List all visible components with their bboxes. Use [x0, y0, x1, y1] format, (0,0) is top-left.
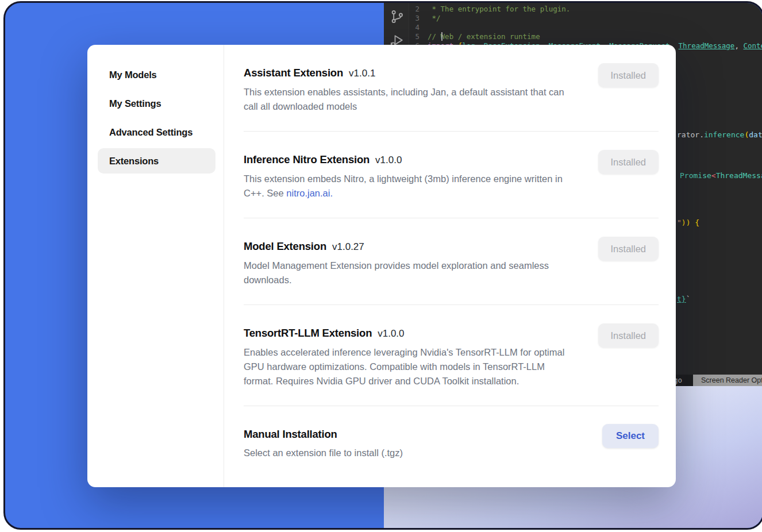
- select-button[interactable]: Select: [602, 424, 659, 448]
- screenshot-canvas: 2 * The entrypoint for the plugin. 3 */ …: [0, 0, 762, 532]
- extension-description: Model Management Extension provides mode…: [244, 259, 574, 287]
- manual-installation-row: Manual Installation Select an extension …: [244, 406, 659, 460]
- installed-button[interactable]: Installed: [598, 323, 659, 348]
- screen-reader-optimized-tab: Screen Reader Optimize: [693, 375, 762, 386]
- extension-version: v1.0.1: [349, 68, 375, 79]
- sidebar-item-extensions[interactable]: Extensions: [98, 148, 215, 174]
- code-line: 2 * The entrypoint for the plugin.: [409, 5, 762, 14]
- sidebar-item-my-models[interactable]: My Models: [98, 62, 215, 87]
- code-line: 5 // Web / extension runtime: [409, 32, 762, 41]
- extension-name: Inference Nitro Extensionv1.0.0: [244, 152, 598, 168]
- code-lines: 2 * The entrypoint for the plugin. 3 */ …: [409, 5, 762, 51]
- extension-row-inference-nitro: Inference Nitro Extensionv1.0.0 This ext…: [244, 132, 659, 201]
- line-number: 5: [409, 32, 428, 41]
- code-text: * The entrypoint for the plugin.: [428, 5, 570, 14]
- line-number: 3: [409, 14, 428, 23]
- code-fragment: t}`: [677, 295, 690, 304]
- source-control-icon[interactable]: [389, 9, 405, 25]
- app-window: 2 * The entrypoint for the plugin. 3 */ …: [3, 1, 762, 530]
- code-text: */: [428, 14, 441, 23]
- code-fragment: Promise<ThreadMessage>: [680, 171, 762, 180]
- line-number: 2: [409, 5, 428, 14]
- extension-name: TensortRT-LLM Extensionv1.0.0: [244, 326, 598, 341]
- manual-installation-title: Manual Installation: [244, 427, 602, 442]
- extension-description: This extension embeds Nitro, a lightweig…: [244, 172, 574, 201]
- extension-name: Assistant Extensionv1.0.1: [244, 65, 598, 81]
- extension-description: This extension enables assistants, inclu…: [244, 85, 574, 114]
- nitro-jan-ai-link[interactable]: nitro.jan.ai.: [286, 188, 333, 198]
- code-text: // Web / extension runtime: [428, 32, 540, 41]
- extension-row-tensorrt-llm: TensortRT-LLM Extensionv1.0.0 Enables ac…: [244, 305, 659, 388]
- extension-version: v1.0.27: [332, 241, 364, 252]
- settings-modal: My Models My Settings Advanced Settings …: [87, 45, 676, 487]
- extension-version: v1.0.0: [375, 155, 402, 165]
- extension-row-assistant: Assistant Extensionv1.0.1 This extension…: [244, 45, 659, 114]
- code-fragment: rator.inference(data));: [677, 130, 762, 140]
- extension-name: Model Extensionv1.0.27: [244, 239, 598, 255]
- code-fragment: ")) {: [677, 218, 699, 228]
- extension-version: v1.0.0: [378, 328, 404, 339]
- sidebar-item-my-settings[interactable]: My Settings: [98, 91, 215, 116]
- manual-installation-description: Select an extension file to install (.tg…: [244, 446, 574, 460]
- code-line: 4: [409, 23, 762, 32]
- settings-sidebar: My Models My Settings Advanced Settings …: [87, 45, 224, 487]
- extensions-panel: Assistant Extensionv1.0.1 This extension…: [224, 45, 676, 487]
- line-number: 4: [409, 23, 428, 32]
- extension-description: Enables accelerated inference leveraging…: [244, 345, 574, 388]
- installed-button[interactable]: Installed: [598, 63, 659, 87]
- installed-button[interactable]: Installed: [598, 237, 659, 261]
- extension-row-model: Model Extensionv1.0.27 Model Management …: [244, 218, 659, 287]
- code-line: 3 */: [409, 14, 762, 23]
- sidebar-item-advanced-settings[interactable]: Advanced Settings: [98, 119, 215, 145]
- installed-button[interactable]: Installed: [598, 150, 659, 174]
- text-cursor: [441, 32, 442, 41]
